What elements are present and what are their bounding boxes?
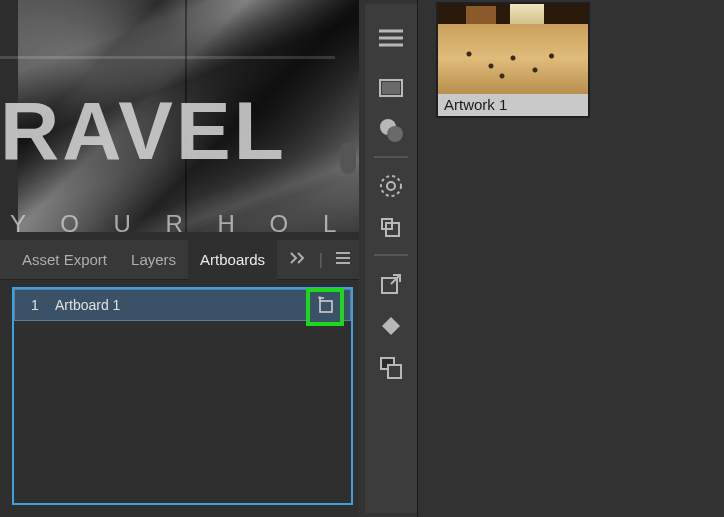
canvas-subtitle-text: Y O U R H O L I D A bbox=[10, 210, 359, 238]
export-arrow-icon[interactable] bbox=[371, 264, 411, 304]
svg-rect-3 bbox=[382, 82, 400, 94]
artboard-options-highlight bbox=[306, 288, 344, 326]
tab-artboards[interactable]: Artboards bbox=[188, 240, 277, 280]
artboard-index: 1 bbox=[15, 297, 55, 313]
artboard-options-icon[interactable] bbox=[315, 295, 335, 319]
panel-divider: | bbox=[319, 251, 323, 269]
artboards-panel: Asset Export Layers Artboards | 1 Artboa… bbox=[0, 240, 359, 517]
svg-rect-0 bbox=[320, 301, 332, 312]
asset-thumbnail[interactable]: Artwork 1 bbox=[436, 2, 590, 118]
canvas-preview[interactable]: RAVEL Y O U R H O L I D A bbox=[0, 0, 359, 240]
panel-tabs: Asset Export Layers Artboards | bbox=[0, 240, 359, 280]
panel-menu-icon[interactable] bbox=[335, 251, 351, 269]
artboard-row[interactable]: 1 Artboard 1 bbox=[14, 289, 351, 321]
artboards-list: 1 Artboard 1 bbox=[12, 287, 353, 505]
dotted-circle-icon[interactable] bbox=[371, 166, 411, 206]
tool-strip bbox=[365, 4, 417, 513]
tool-separator bbox=[374, 254, 408, 256]
panel-menu-icon[interactable] bbox=[371, 18, 411, 58]
rectangle-gradient-icon[interactable] bbox=[371, 68, 411, 108]
circles-overlap-icon[interactable] bbox=[371, 110, 411, 150]
asset-thumbnail-label: Artwork 1 bbox=[438, 94, 588, 116]
svg-point-5 bbox=[387, 126, 403, 142]
crop-small-icon[interactable] bbox=[371, 208, 411, 248]
tab-layers[interactable]: Layers bbox=[119, 240, 188, 280]
tab-asset-export[interactable]: Asset Export bbox=[10, 240, 119, 280]
asset-thumbnail-image bbox=[438, 4, 588, 94]
svg-point-7 bbox=[387, 182, 395, 190]
canvas-title-text: RAVEL bbox=[0, 84, 287, 178]
assets-pane: Artwork 1 bbox=[417, 0, 724, 517]
svg-rect-1 bbox=[319, 297, 321, 299]
scrollbar-thumb[interactable] bbox=[340, 142, 356, 174]
overlap-rects-icon[interactable] bbox=[371, 348, 411, 388]
svg-rect-12 bbox=[388, 365, 401, 378]
svg-point-6 bbox=[381, 176, 401, 196]
canvas-guide-h bbox=[0, 56, 335, 59]
collapse-panel-icon[interactable] bbox=[289, 251, 307, 269]
diamond-layer-icon[interactable] bbox=[371, 306, 411, 346]
tool-separator bbox=[374, 156, 408, 158]
